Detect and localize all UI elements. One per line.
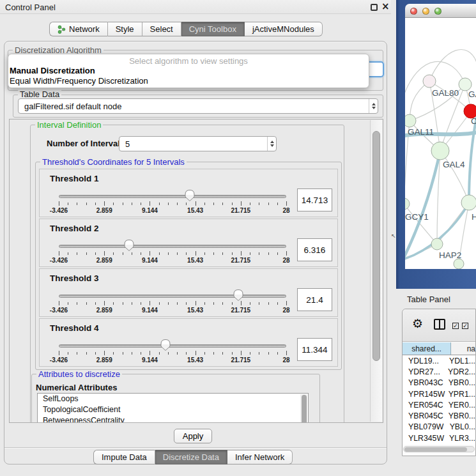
- cell-shared-name[interactable]: YBR045C: [403, 411, 447, 420]
- slider-thumb[interactable]: [233, 289, 244, 303]
- threshold-slider[interactable]: -3.4262.8599.14415.4321.71528: [59, 237, 286, 266]
- checkbox-icon[interactable]: ✓: [462, 323, 468, 329]
- threshold-slider[interactable]: -3.4262.8599.14415.4321.71528: [59, 287, 286, 316]
- slider-track[interactable]: [59, 295, 286, 298]
- horizontal-scrollbar-thumb[interactable]: [404, 447, 467, 452]
- threshold-label: Threshold 2: [50, 224, 99, 233]
- cell-shared-name[interactable]: YDR27...: [403, 367, 447, 376]
- cell-name[interactable]: YLR3...: [448, 434, 475, 443]
- table-body[interactable]: YDL19...YDL1...YDR27...YDR2...YBR043CYBR…: [403, 355, 475, 445]
- apply-button[interactable]: Apply: [174, 429, 212, 443]
- table-row[interactable]: YBL079WYBL0...: [403, 422, 475, 433]
- column-header-name[interactable]: na: [451, 342, 475, 355]
- network-node[interactable]: [405, 114, 416, 127]
- threshold-slider[interactable]: -3.4262.8599.14415.4321.71528: [59, 337, 286, 366]
- cell-shared-name[interactable]: YLR345W: [403, 434, 448, 443]
- tab-jactivemnodules[interactable]: jActiveMNodules: [245, 22, 323, 36]
- network-canvas[interactable]: GAL80GACGAL11GAL4GCY1HHAP2: [405, 18, 476, 269]
- network-node[interactable]: [405, 198, 410, 210]
- stepper-icon[interactable]: [267, 137, 276, 151]
- gear-icon[interactable]: ⚙: [412, 318, 423, 330]
- cell-shared-name[interactable]: YDL19...: [403, 357, 448, 365]
- slider-thumb[interactable]: [184, 189, 196, 204]
- table-row[interactable]: YBR045CYBR0...: [403, 410, 475, 421]
- table-data-combobox[interactable]: galFiltered.sif default node: [18, 98, 378, 114]
- tab-select[interactable]: Select: [142, 22, 181, 36]
- table-row[interactable]: YDR27...YDR2...: [403, 366, 475, 377]
- attribute-list-item[interactable]: SelfLoops: [38, 394, 308, 404]
- dropdown-option-equal-width[interactable]: Equal Width/Frequency Discretization: [8, 76, 369, 86]
- slider-track[interactable]: [59, 344, 286, 348]
- tab-impute-data[interactable]: Impute Data: [93, 450, 155, 464]
- vertical-scrollbar-thumb[interactable]: [372, 131, 380, 361]
- table-row[interactable]: YDL19...YDL1...: [403, 355, 475, 366]
- tab-cyni-toolbox[interactable]: Cyni Toolbox: [181, 22, 245, 36]
- network-node[interactable]: [431, 238, 443, 250]
- slider-tick: [104, 301, 105, 305]
- threshold-value-field[interactable]: 11.344: [297, 338, 332, 361]
- table-row[interactable]: YER054CYER0...: [403, 399, 475, 410]
- tab-label: Cyni Toolbox: [189, 24, 236, 34]
- list-scrollbar-thumb[interactable]: [302, 395, 307, 423]
- tab-infer-network[interactable]: Infer Network: [227, 450, 293, 464]
- column-header-shared-name[interactable]: shared...: [403, 342, 451, 355]
- network-edge[interactable]: [429, 50, 476, 81]
- attribute-list-item[interactable]: BetweennessCentrality: [38, 415, 308, 423]
- cell-shared-name[interactable]: YBR043C: [403, 378, 447, 387]
- cell-shared-name[interactable]: YER054C: [403, 401, 447, 410]
- cell-name[interactable]: YBL0...: [449, 422, 475, 431]
- table-row[interactable]: YIL052CYIL0...: [403, 443, 475, 445]
- close-icon[interactable]: ×: [381, 1, 390, 12]
- network-node[interactable]: [461, 195, 476, 210]
- vertical-scrollbar[interactable]: [370, 120, 382, 422]
- network-node[interactable]: [454, 259, 464, 269]
- network-node[interactable]: [431, 142, 449, 160]
- cell-shared-name[interactable]: YBL079W: [403, 422, 449, 431]
- tab-network[interactable]: Network: [49, 22, 108, 36]
- slider-tick: [168, 252, 169, 255]
- tab-label: Select: [150, 24, 173, 34]
- slider-thumb[interactable]: [123, 239, 135, 254]
- table-row[interactable]: YPR145WYPR1...: [403, 388, 475, 399]
- threshold-slider[interactable]: -3.4262.8599.14415.4321.71528: [59, 187, 286, 217]
- checkbox-icon[interactable]: ✓: [452, 323, 459, 329]
- stepper-icon[interactable]: [369, 99, 378, 113]
- cell-name[interactable]: YDR2...: [447, 367, 475, 376]
- threshold-value-field[interactable]: 21.4: [297, 288, 332, 311]
- tab-style[interactable]: Style: [108, 22, 142, 36]
- slider-tick: [141, 352, 141, 355]
- attribute-list-item[interactable]: TopologicalCoefficient: [38, 404, 308, 415]
- numerical-attributes-list[interactable]: SelfLoopsTopologicalCoefficientBetweenne…: [37, 393, 309, 423]
- cell-name[interactable]: YDL1...: [448, 357, 475, 365]
- tab-discretize-data[interactable]: Discretize Data: [155, 450, 227, 464]
- cell-shared-name[interactable]: YPR145W: [403, 390, 447, 399]
- network-edge[interactable]: [405, 204, 437, 244]
- number-of-intervals-combobox[interactable]: 5: [119, 136, 277, 151]
- network-edge-thick[interactable]: [469, 117, 476, 203]
- cell-name[interactable]: YBR0...: [447, 378, 475, 387]
- table-row[interactable]: YLR345WYLR3...: [403, 433, 475, 443]
- cell-name[interactable]: YER0...: [447, 401, 475, 410]
- slider-tick: [141, 252, 141, 255]
- slider-thumb[interactable]: [160, 339, 171, 353]
- horizontal-scrollbar[interactable]: [403, 446, 475, 452]
- minimize-traffic-light[interactable]: [422, 8, 429, 15]
- table-row[interactable]: YBR043CYBR0...: [403, 378, 475, 388]
- close-traffic-light[interactable]: [410, 8, 417, 15]
- threshold-value-field[interactable]: 14.713: [297, 188, 332, 211]
- dropdown-option-manual[interactable]: Manual Discretization: [8, 66, 369, 76]
- cell-name[interactable]: YPR1...: [447, 390, 475, 399]
- cell-name[interactable]: YBR0...: [447, 411, 475, 420]
- network-node-label: GA: [468, 89, 476, 99]
- slider-tick: [104, 251, 105, 256]
- zoom-traffic-light[interactable]: [434, 8, 441, 15]
- network-node[interactable]: [423, 75, 436, 88]
- list-scrollbar[interactable]: [300, 394, 307, 423]
- threshold-value-field[interactable]: 6.316: [297, 238, 332, 261]
- float-window-icon[interactable]: [371, 4, 378, 11]
- columns-icon[interactable]: [434, 319, 445, 330]
- slider-track[interactable]: [59, 245, 286, 248]
- slider-track[interactable]: [59, 195, 286, 198]
- network-node[interactable]: [459, 78, 472, 91]
- table-toolbar: ⚙ ✓ ✓: [403, 309, 475, 342]
